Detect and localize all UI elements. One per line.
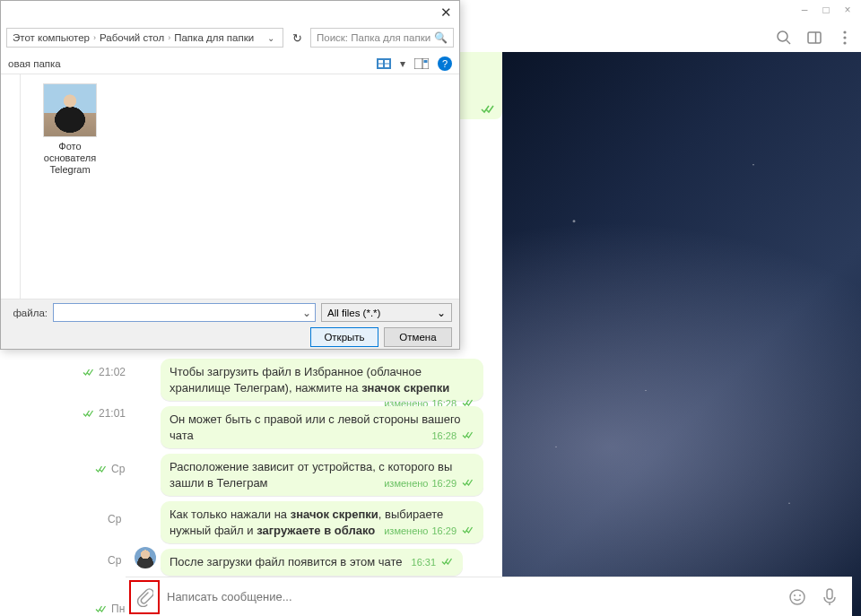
date-label: Ср bbox=[108, 554, 121, 567]
crumb[interactable]: Этот компьютер bbox=[13, 32, 90, 43]
message-bold: загружаете в облако bbox=[257, 524, 375, 537]
dialog-footer: файла: ⌄ All files (*.*) ⌄ Открыть Отмен… bbox=[1, 299, 459, 349]
date-label: Пн bbox=[111, 603, 125, 615]
preview-pane-icon[interactable] bbox=[413, 58, 430, 69]
message-time: 16:31 bbox=[412, 556, 437, 569]
dialog-body: Фото основателя Telegram bbox=[1, 74, 459, 299]
message-text: После загрузки файл появится в этом чате bbox=[170, 555, 403, 568]
search-icon[interactable] bbox=[775, 29, 793, 47]
message-bubble[interactable]: Как только нажали на значок скрепки, выб… bbox=[161, 501, 483, 543]
svg-point-7 bbox=[790, 590, 804, 604]
svg-rect-11 bbox=[377, 58, 391, 69]
date-label: 21:01 bbox=[99, 407, 126, 420]
file-item[interactable]: Фото основателя Telegram bbox=[30, 83, 110, 177]
dropdown-icon: ⌄ bbox=[437, 307, 446, 319]
filename-field[interactable]: ⌄ bbox=[53, 303, 316, 322]
dialog-nav-pane[interactable] bbox=[1, 74, 21, 299]
message-composer bbox=[126, 577, 852, 616]
date-separator: Ср bbox=[108, 554, 121, 567]
view-thumbnails-icon[interactable] bbox=[375, 58, 393, 69]
dropdown-icon[interactable]: ⌄ bbox=[265, 33, 277, 43]
minimize-button[interactable]: – bbox=[800, 5, 809, 14]
filetype-value: All files (*.*) bbox=[327, 308, 380, 318]
new-folder-label[interactable]: овая папка bbox=[8, 58, 370, 69]
read-checks-icon bbox=[462, 431, 474, 439]
date-separator: Ср bbox=[95, 463, 125, 475]
help-icon[interactable]: ? bbox=[438, 56, 452, 71]
svg-point-4 bbox=[843, 30, 846, 33]
message-bubble-partial bbox=[460, 52, 502, 119]
message-bold: значок скрепки bbox=[361, 381, 449, 395]
date-separator: Ср bbox=[108, 513, 121, 525]
message-time: 16:29 bbox=[431, 477, 457, 490]
address-bar-row: Этот компьютер› Рабочий стол› Папка для … bbox=[1, 26, 459, 49]
svg-rect-18 bbox=[424, 60, 428, 63]
filetype-select[interactable]: All files (*.*) ⌄ bbox=[321, 303, 452, 322]
maximize-button[interactable]: □ bbox=[822, 5, 831, 14]
dropdown-icon[interactable]: ▾ bbox=[398, 57, 407, 70]
cancel-button[interactable]: Отмена bbox=[384, 327, 452, 347]
emoji-icon[interactable] bbox=[787, 588, 807, 606]
attach-highlight bbox=[129, 580, 160, 614]
search-input[interactable]: Поиск: Папка для папки 🔍 bbox=[310, 28, 454, 48]
dialog-close-button[interactable]: ✕ bbox=[440, 4, 452, 21]
message-text: Как только нажали на bbox=[170, 508, 291, 521]
dropdown-icon[interactable]: ⌄ bbox=[302, 307, 311, 319]
read-checks-icon bbox=[462, 479, 474, 487]
date-separator: Пн bbox=[95, 603, 125, 615]
breadcrumb[interactable]: Этот компьютер› Рабочий стол› Папка для … bbox=[6, 28, 283, 48]
read-checks-icon bbox=[95, 465, 108, 473]
search-placeholder: Поиск: Папка для папки bbox=[317, 32, 430, 43]
svg-point-8 bbox=[794, 594, 796, 596]
message-bold: значок скрепки bbox=[291, 508, 378, 521]
message-text: Он может быть с правой или с левой сторо… bbox=[170, 412, 461, 442]
filename-label: файла: bbox=[8, 308, 48, 318]
read-checks-icon bbox=[441, 558, 454, 566]
paperclip-icon[interactable] bbox=[135, 587, 153, 607]
message-input[interactable] bbox=[160, 590, 787, 603]
chevron-right-icon: › bbox=[168, 33, 170, 42]
svg-point-0 bbox=[778, 31, 787, 41]
svg-rect-13 bbox=[385, 60, 389, 64]
read-checks-icon bbox=[481, 105, 495, 114]
window-titlebar: – □ × bbox=[791, 0, 861, 20]
file-list[interactable]: Фото основателя Telegram bbox=[21, 74, 459, 299]
edited-label: изменено bbox=[384, 525, 428, 538]
svg-line-1 bbox=[787, 40, 790, 44]
date-label: 21:02 bbox=[99, 366, 126, 378]
side-panel-icon[interactable] bbox=[805, 29, 823, 47]
svg-rect-16 bbox=[414, 58, 429, 69]
open-button[interactable]: Открыть bbox=[310, 327, 378, 347]
svg-rect-12 bbox=[378, 60, 383, 64]
chat-background bbox=[502, 52, 861, 616]
svg-rect-14 bbox=[378, 64, 383, 67]
search-icon: 🔍 bbox=[434, 31, 448, 44]
message-bubble[interactable]: Чтобы загрузить файл в Избранное (облачн… bbox=[161, 359, 483, 401]
svg-point-6 bbox=[843, 41, 846, 44]
menu-dots-icon[interactable] bbox=[836, 29, 854, 47]
date-label: Ср bbox=[111, 463, 125, 475]
date-separator: 21:02 bbox=[83, 366, 126, 378]
file-name: Фото основателя Telegram bbox=[30, 141, 110, 177]
microphone-icon[interactable] bbox=[820, 588, 839, 606]
crumb[interactable]: Папка для папки bbox=[174, 32, 254, 43]
message-bubble[interactable]: Он может быть с правой или с левой сторо… bbox=[161, 406, 483, 448]
message-time: 16:29 bbox=[431, 525, 457, 538]
svg-point-5 bbox=[843, 36, 846, 39]
date-separator: 21:01 bbox=[83, 407, 126, 420]
date-label: Ср bbox=[108, 513, 121, 525]
crumb[interactable]: Рабочий стол bbox=[100, 32, 164, 43]
close-button[interactable]: × bbox=[843, 5, 852, 14]
read-checks-icon bbox=[462, 526, 474, 534]
refresh-icon[interactable]: ↻ bbox=[287, 28, 307, 48]
message-bubble[interactable]: Расположение зависит от устройства, с ко… bbox=[161, 454, 483, 496]
file-thumbnail bbox=[43, 83, 97, 137]
svg-point-9 bbox=[799, 594, 801, 596]
read-checks-icon bbox=[83, 369, 95, 377]
avatar[interactable] bbox=[135, 547, 156, 568]
svg-rect-15 bbox=[385, 64, 389, 67]
file-open-dialog: ✕ Этот компьютер› Рабочий стол› Папка дл… bbox=[0, 0, 460, 350]
read-checks-icon bbox=[95, 605, 108, 613]
message-bubble[interactable]: После загрузки файл появится в этом чате… bbox=[161, 549, 463, 576]
svg-rect-2 bbox=[808, 32, 821, 43]
